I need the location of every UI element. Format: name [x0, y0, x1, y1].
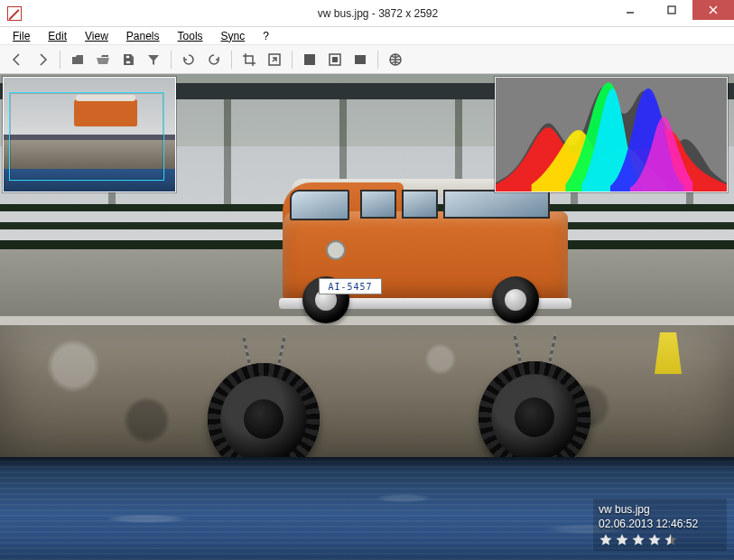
toolbar: 1:1: [0, 45, 734, 74]
scene-quay-shadow: [0, 457, 734, 470]
star-icon[interactable]: [615, 533, 629, 547]
geo-button[interactable]: [384, 48, 407, 71]
rating-stars[interactable]: [599, 533, 721, 547]
maximize-button[interactable]: [651, 0, 692, 20]
svg-rect-4: [125, 55, 130, 59]
histogram-panel[interactable]: [495, 77, 728, 192]
star-half-icon[interactable]: [664, 533, 678, 547]
minimize-button[interactable]: [609, 0, 651, 20]
star-icon[interactable]: [599, 533, 613, 547]
window-controls: [609, 0, 734, 26]
star-icon[interactable]: [647, 533, 662, 547]
close-button[interactable]: [692, 0, 734, 20]
menu-view[interactable]: View: [78, 29, 116, 43]
fullscreen-button[interactable]: [298, 48, 321, 71]
info-overlay: vw bus.jpg 02.06.2013 12:46:52: [593, 499, 727, 551]
navigator-panel[interactable]: [3, 77, 176, 192]
svg-rect-7: [304, 54, 315, 65]
overlay-filename: vw bus.jpg: [599, 502, 721, 517]
menu-file[interactable]: File: [5, 29, 37, 43]
menu-tools[interactable]: Tools: [171, 29, 210, 43]
image-canvas[interactable]: AI-5457 vw bus.jpg 02.06.2013 12:46:52: [0, 74, 734, 560]
zoom-fit-button[interactable]: [323, 48, 347, 71]
scene-bus: AI-5457: [283, 173, 568, 322]
star-icon[interactable]: [631, 533, 646, 547]
prev-button[interactable]: [5, 48, 29, 71]
save-button[interactable]: [116, 48, 140, 71]
filter-button[interactable]: [142, 48, 165, 71]
svg-rect-5: [125, 61, 131, 64]
scene-quay: [0, 325, 734, 461]
svg-rect-9: [332, 57, 338, 62]
crop-button[interactable]: [237, 48, 261, 71]
app-icon: [7, 6, 22, 21]
svg-rect-1: [668, 6, 675, 14]
next-button[interactable]: [31, 48, 54, 71]
svg-text:1:1: 1:1: [357, 58, 365, 63]
menu-sync[interactable]: Sync: [214, 29, 253, 43]
scene-license-plate: AI-5457: [319, 278, 382, 294]
menubar: File Edit View Panels Tools Sync ?: [0, 27, 734, 45]
menu-help[interactable]: ?: [256, 29, 276, 43]
titlebar: vw bus.jpg - 3872 x 2592: [0, 0, 734, 27]
resize-button[interactable]: [263, 48, 286, 71]
histogram-chart: [496, 78, 727, 191]
zoom-100-button[interactable]: 1:1: [348, 48, 372, 71]
menu-panels[interactable]: Panels: [119, 29, 167, 43]
menu-edit[interactable]: Edit: [41, 29, 74, 43]
rotate-right-button[interactable]: [202, 48, 226, 71]
overlay-datetime: 02.06.2013 12:46:52: [599, 517, 721, 531]
navigator-viewport-box[interactable]: [9, 92, 164, 181]
rotate-left-button[interactable]: [177, 48, 200, 71]
open-folder-button[interactable]: [91, 48, 115, 71]
open-button[interactable]: [66, 48, 89, 71]
